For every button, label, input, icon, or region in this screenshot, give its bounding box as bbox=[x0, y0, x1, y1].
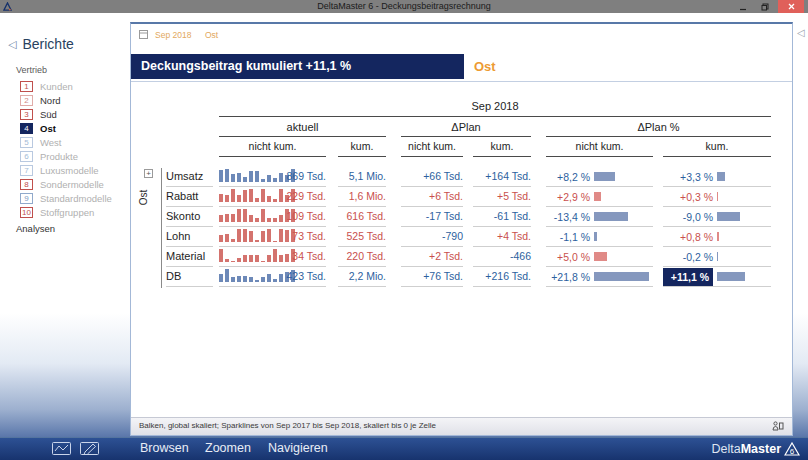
table-row-material: Material 34 Tsd. 220 Tsd. +2 Tsd. -466 +… bbox=[131, 247, 791, 267]
row-label[interactable]: Umsatz bbox=[166, 170, 203, 182]
group-header-aktuell: aktuell bbox=[219, 121, 386, 133]
subheader-nicht-kum: nicht kum. bbox=[546, 140, 653, 152]
sidebar-item-standardmodelle[interactable]: 9 Standardmodelle bbox=[20, 191, 128, 205]
report-number-badge: 4 bbox=[20, 123, 33, 134]
report-number-badge: 7 bbox=[20, 165, 33, 176]
sidebar-item-nord[interactable]: 2 Nord bbox=[20, 93, 128, 107]
tree-group-vertrieb[interactable]: Vertrieb bbox=[16, 65, 128, 75]
sidebar-item-west[interactable]: 5 West bbox=[20, 135, 128, 149]
sidebar-item-stoffgruppen[interactable]: 10 Stoffgruppen bbox=[20, 205, 128, 219]
logo-text-bold: Master bbox=[741, 442, 781, 456]
table-row-rabatt: Rabatt 229 Tsd. 1,6 Mio. +6 Tsd. +5 Tsd.… bbox=[131, 187, 791, 207]
value-aktuell-kum: 5,1 Mio. bbox=[338, 167, 386, 186]
value-aktuell-nicht-kum: 109 Tsd. bbox=[286, 207, 326, 226]
value-aktuell-nicht-kum: 34 Tsd. bbox=[292, 247, 326, 266]
svg-text:6: 6 bbox=[790, 447, 795, 456]
breadcrumb-view[interactable]: Ost bbox=[205, 28, 218, 42]
sidebar-item-label: Produkte bbox=[40, 151, 78, 162]
value-dplan-nicht-kum: -790 bbox=[401, 227, 463, 246]
sidebar-item-kunden[interactable]: 1 Kunden bbox=[20, 79, 128, 93]
row-label[interactable]: Lohn bbox=[166, 230, 190, 242]
sidebar-item-label: Sondermodelle bbox=[40, 179, 104, 190]
delta-bar bbox=[717, 192, 718, 201]
close-icon bbox=[788, 3, 795, 10]
delta-bar bbox=[717, 172, 725, 181]
menu-navigieren[interactable]: Navigieren bbox=[268, 438, 328, 459]
subheader-underline bbox=[663, 156, 771, 157]
value-dplan-pct-nicht-kum: +8,2 % bbox=[546, 171, 590, 183]
group-header-dplan-pct: ΔPlan % bbox=[546, 121, 771, 133]
report-number-badge: 8 bbox=[20, 179, 33, 190]
report-number-badge: 1 bbox=[20, 81, 33, 92]
filter-window-icon bbox=[139, 30, 148, 39]
value-aktuell-kum: 525 Tsd. bbox=[338, 227, 386, 246]
table-row-skonto: Skonto 109 Tsd. 616 Tsd. -17 Tsd. -61 Ts… bbox=[131, 207, 791, 227]
delta-bar bbox=[594, 192, 601, 201]
value-dplan-pct-kum-highlighted: +11,1 % bbox=[663, 268, 713, 286]
value-aktuell-kum: 616 Tsd. bbox=[338, 207, 386, 226]
sparkline-view-icon[interactable] bbox=[52, 442, 71, 455]
value-dplan-kum: +4 Tsd. bbox=[473, 227, 531, 246]
report-panel: Sep 2018 Ost Deckungsbeitrag kumuliert +… bbox=[130, 22, 793, 436]
value-dplan-kum: +216 Tsd. bbox=[473, 267, 531, 286]
row-label[interactable]: DB bbox=[166, 270, 181, 282]
value-dplan-pct-nicht-kum: +2,9 % bbox=[546, 191, 590, 203]
delta-bar bbox=[717, 212, 740, 221]
edit-report-icon[interactable] bbox=[80, 442, 99, 455]
subheader-kum: kum. bbox=[663, 140, 771, 152]
sidebar-item-ost-selected[interactable]: 4 Ost bbox=[20, 121, 128, 135]
group-underline bbox=[401, 136, 531, 137]
sidebar-item-sued[interactable]: 3 Süd bbox=[20, 107, 128, 121]
report-number-badge: 2 bbox=[20, 95, 33, 106]
menu-browsen[interactable]: Browsen bbox=[140, 438, 189, 459]
report-title-bar: Deckungsbeitrag kumuliert +11,1 % bbox=[131, 54, 464, 79]
group-underline bbox=[546, 136, 771, 137]
period-header: Sep 2018 bbox=[219, 100, 771, 112]
sidebar-item-label: Stoffgruppen bbox=[40, 207, 94, 218]
sparkline bbox=[219, 188, 295, 202]
group-underline bbox=[219, 136, 386, 137]
breadcrumb-period[interactable]: Sep 2018 bbox=[155, 28, 191, 42]
maximize-icon bbox=[761, 3, 769, 11]
value-dplan-pct-nicht-kum: +21,8 % bbox=[546, 271, 590, 283]
subheader-kum: kum. bbox=[473, 140, 531, 152]
value-dplan-kum: -61 Tsd. bbox=[473, 207, 531, 226]
value-dplan-kum: +164 Tsd. bbox=[473, 167, 531, 186]
sidebar-title: Berichte bbox=[22, 36, 73, 52]
sidebar-item-luxusmodelle[interactable]: 7 Luxusmodelle bbox=[20, 163, 128, 177]
row-label[interactable]: Rabatt bbox=[166, 190, 198, 202]
value-dplan-pct-kum: +0,3 % bbox=[663, 188, 713, 206]
breadcrumb: Sep 2018 Ost bbox=[131, 28, 792, 42]
report-subtitle: Ost bbox=[474, 54, 496, 79]
delta-bar bbox=[594, 272, 649, 281]
maximize-button[interactable] bbox=[756, 0, 774, 13]
report-number-badge: 10 bbox=[20, 207, 33, 218]
row-label[interactable]: Material bbox=[166, 250, 205, 262]
sparkline bbox=[219, 168, 295, 182]
value-dplan-pct-kum: +0,8 % bbox=[663, 228, 713, 246]
report-number-badge: 5 bbox=[20, 137, 33, 148]
value-aktuell-nicht-kum: 229 Tsd. bbox=[286, 187, 326, 206]
panel-collapse-icon[interactable]: ◁ bbox=[797, 27, 805, 38]
value-aktuell-nicht-kum: 423 Tsd. bbox=[286, 267, 326, 286]
sidebar-item-sondermodelle[interactable]: 8 Sondermodelle bbox=[20, 177, 128, 191]
close-button[interactable] bbox=[778, 0, 804, 13]
sidebar-collapse-icon[interactable]: ◁ bbox=[8, 38, 16, 51]
report-number-badge: 6 bbox=[20, 151, 33, 162]
subheader-nicht-kum: nicht kum. bbox=[219, 140, 326, 152]
sparkline bbox=[219, 228, 295, 242]
subheader-underline bbox=[338, 156, 386, 157]
value-dplan-pct-kum: -9,0 % bbox=[663, 208, 713, 226]
comment-person-icon[interactable] bbox=[772, 421, 784, 431]
menu-zoomen[interactable]: Zoomen bbox=[205, 438, 251, 459]
tree-group-analysen[interactable]: Analysen bbox=[16, 223, 128, 234]
window-title: DeltaMaster 6 - Deckungsbeitragsrechnung bbox=[0, 0, 808, 13]
row-label[interactable]: Skonto bbox=[166, 210, 200, 222]
sidebar-item-label: West bbox=[40, 137, 61, 148]
sidebar-item-produkte[interactable]: 6 Produkte bbox=[20, 149, 128, 163]
subheader-underline bbox=[546, 156, 653, 157]
delta-bar bbox=[717, 232, 719, 241]
period-underline bbox=[219, 116, 771, 117]
minimize-button[interactable] bbox=[734, 0, 752, 13]
sidebar-item-label: Nord bbox=[40, 95, 61, 106]
